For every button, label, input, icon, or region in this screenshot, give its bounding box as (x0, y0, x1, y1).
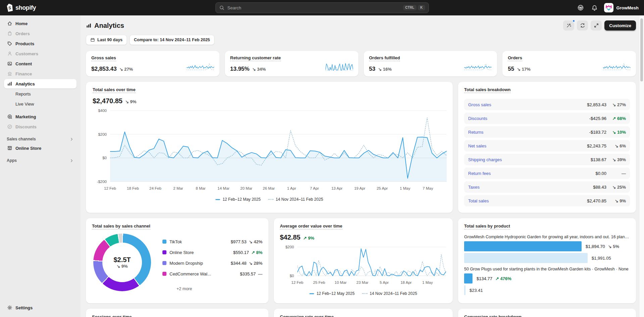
breakdown-label[interactable]: Total sales (468, 198, 489, 203)
breakdown-label[interactable]: Net sales (468, 143, 486, 148)
analytics-icon (7, 81, 12, 87)
page-title-text: Analytics (94, 22, 124, 29)
sidebar-item-analytics[interactable]: Analytics (4, 79, 77, 88)
kpi-card-gross-sales: Gross sales $2,853.43↘ 27% (86, 51, 219, 76)
x-axis-tick: 1 Apr (287, 186, 296, 190)
channel-delta: ↘ 28% (249, 261, 262, 266)
x-axis-tick: 18 Apr (400, 280, 411, 284)
breakdown-delta: ↘ 10% (612, 130, 626, 135)
product-item: GrowMesh Complete Hydroponic Garden for … (464, 235, 630, 263)
kpi-delta: ↘ 34% (252, 67, 266, 72)
sidebar-item-live-view[interactable]: Live View (4, 99, 77, 109)
x-axis-tick: 24 Feb (149, 186, 161, 190)
kpi-label[interactable]: Orders (508, 55, 522, 61)
expand-button[interactable] (591, 20, 602, 30)
total-sales-over-time-card: Total sales over time $2,470.85 ↘ 9% $40… (86, 82, 453, 213)
kpi-label[interactable]: Gross sales (91, 55, 116, 61)
average-order-value-card: Average order value over time $42.85 ↗ 9… (274, 218, 453, 303)
content-icon (7, 61, 12, 67)
notification-dot (572, 19, 575, 22)
sales-channels-label: Sales channels (7, 137, 36, 141)
kpi-delta: ↘ 16% (378, 67, 392, 72)
channel-delta: — (258, 271, 262, 276)
sessions-title[interactable]: Sessions over time (92, 314, 132, 317)
legend-dotted-swatch (362, 293, 367, 294)
conversion-breakdown-title[interactable]: Conversion rate breakdown (464, 314, 522, 317)
refresh-button[interactable] (577, 20, 588, 30)
sidebar-item-settings[interactable]: Settings (4, 303, 77, 312)
sales-by-product-title[interactable]: Total sales by product (464, 224, 510, 230)
sidebar-item-label: Products (15, 41, 34, 46)
breakdown-label[interactable]: Discounts (468, 116, 487, 121)
y-axis-tick: $400 (98, 109, 107, 113)
date-range-label: Last 90 days (97, 38, 122, 42)
total-sales-chart-title[interactable]: Total sales over time (93, 87, 136, 93)
product-name[interactable]: GrowMesh Complete Hydroponic Garden for … (464, 235, 630, 239)
scrollbar-thumb[interactable] (640, 18, 643, 81)
store-name: GrowMesh (616, 5, 639, 10)
channel-value: $977.53 (231, 239, 246, 244)
compare-to-button[interactable]: Compare to: 14 Nov 2024–11 Feb 2025 (130, 35, 214, 45)
breakdown-title[interactable]: Total sales breakdown (464, 87, 510, 93)
breakdown-delta: ↘ 39% (612, 157, 626, 162)
y-axis-tick: $0 (102, 156, 107, 160)
breakdown-rows: Gross sales $2,853.43 ↘ 27% Discounts -$… (464, 99, 630, 206)
marketing-icon (7, 114, 12, 120)
kpi-label[interactable]: Orders fulfilled (369, 55, 400, 61)
product-name[interactable]: 50 Grow Plugs used for starting plants i… (464, 267, 630, 271)
sparkline (187, 61, 214, 71)
sidebar-item-products[interactable]: Products (4, 39, 77, 48)
product-previous-value: $23.41 (469, 288, 483, 293)
sidebar-item-online-store[interactable]: Online Store (4, 143, 77, 153)
channel-color-chip (162, 272, 166, 276)
sidebar-section-sales-channels[interactable]: Sales channels (7, 137, 74, 141)
aov-chart-title[interactable]: Average order value over time (280, 224, 342, 230)
breakdown-value: $2,243.75 (587, 143, 606, 148)
x-axis-tick: 7 May (423, 186, 433, 190)
breakdown-row-total-sales: Total sales $2,470.85 ↘ 9% (464, 195, 630, 206)
kpi-delta: ↘ 17% (517, 67, 531, 72)
sparkline (326, 61, 353, 71)
finance-icon (7, 71, 12, 77)
date-range-button[interactable]: Last 90 days (86, 35, 127, 45)
sidebar-item-reports[interactable]: Reports (4, 89, 77, 99)
breakdown-label[interactable]: Shipping charges (468, 157, 502, 162)
current-period-bar (464, 273, 473, 283)
magic-wand-button[interactable] (563, 20, 574, 30)
channel-legend: TikTok $977.53↘ 42% Online Store $550.17… (162, 238, 262, 291)
sidebar-item-content[interactable]: Content (4, 59, 77, 68)
x-axis-tick: 7 Apr (310, 186, 319, 190)
breakdown-label[interactable]: Returns (468, 130, 484, 135)
breakdown-label[interactable]: Taxes (468, 185, 480, 190)
sidebar-item-marketing[interactable]: Marketing (4, 112, 77, 121)
topbar-actions: GrowMesh (576, 3, 639, 12)
kpi-sparkline (326, 61, 353, 73)
conversion-rate-title[interactable]: Conversion rate over time (280, 314, 334, 317)
sidekick-button[interactable] (576, 3, 585, 12)
shopify-logo[interactable]: S shopify (5, 3, 36, 12)
store-menu[interactable]: GrowMesh (604, 3, 639, 12)
breakdown-label[interactable]: Gross sales (468, 102, 491, 107)
customize-button[interactable]: Customize (604, 20, 636, 30)
channel-label: TikTok (169, 239, 182, 244)
breakdown-value: $2,470.85 (587, 198, 606, 203)
more-channels-link[interactable]: +2 more (177, 287, 192, 291)
product-delta: ↘ 5% (608, 244, 619, 249)
sidebar-item-home[interactable]: Home (4, 19, 77, 28)
notifications-button[interactable] (590, 3, 599, 12)
x-axis-tick: 25 Apr (377, 186, 388, 190)
search-bar[interactable]: Search CTRL K (215, 2, 429, 13)
orders-icon (7, 31, 12, 37)
sidebar-section-apps[interactable]: Apps (7, 158, 74, 163)
sales-by-channel-card: Total sales by sales channel $2.5T ↘ 9% … (86, 218, 268, 303)
breakdown-row-gross-sales: Gross sales $2,853.43 ↘ 27% (464, 99, 630, 110)
total-sales-legend: 12 Feb–12 May 2025 14 Nov 2024–11 Feb 20… (93, 197, 446, 202)
sales-by-channel-title[interactable]: Total sales by sales channel (92, 224, 150, 230)
products-icon (7, 41, 12, 47)
shopify-bag-icon: S (5, 3, 13, 12)
kpi-label[interactable]: Returning customer rate (230, 55, 281, 61)
legend-label: 14 Nov 2024–11 Feb 2025 (370, 291, 417, 296)
svg-text:S: S (8, 6, 11, 10)
main-content: Analytics Customize Last 90 days Compare… (86, 15, 636, 317)
breakdown-label[interactable]: Return fees (468, 171, 491, 176)
